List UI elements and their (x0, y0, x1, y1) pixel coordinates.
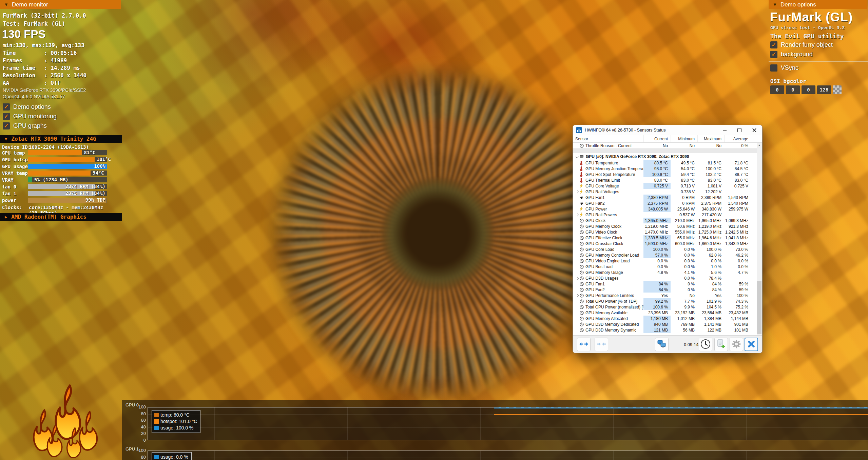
volt-icon (580, 213, 585, 217)
stat-label: AA (3, 79, 44, 87)
logging-button[interactable] (714, 338, 728, 351)
checked-checkbox-icon[interactable] (3, 103, 10, 111)
fan-icon (580, 201, 585, 205)
sensor-max: 102.2 °C (697, 172, 724, 177)
column-minimum[interactable]: Minimum (671, 135, 697, 142)
expand-chevron-icon[interactable] (575, 277, 580, 279)
toggle-demo-options[interactable]: Demo options (3, 103, 57, 111)
toggle-gpu-monitoring[interactable]: GPU monitoring (3, 113, 57, 120)
sensor-row[interactable]: GPU Core Load100.0 %0.0 %100.0 %73.0 % (573, 246, 762, 252)
sensor-row[interactable]: GPU Memory Clock1,219.0 MHz50.6 MHz1,219… (573, 223, 762, 229)
collapse-columns-button[interactable] (595, 338, 608, 351)
sensor-row[interactable]: GPU Video Engine Load0.0 %0.0 %0.0 %0.0 … (573, 258, 762, 264)
sensor-row[interactable]: Total GPU Power [% of TDP]99.2 %7.7 %101… (573, 298, 762, 304)
sensor-row[interactable]: GPU Core Voltage0.725 V0.713 V1.081 V0.7… (573, 183, 762, 189)
column-sensor[interactable]: Sensor (575, 135, 588, 143)
sensor-row[interactable]: GPU Fan184 %0 %84 %59 % (573, 281, 762, 287)
scroll-up-icon[interactable]: ▲ (757, 143, 762, 148)
toggle-render-furry-object[interactable]: Render furry object (770, 41, 833, 48)
checked-checkbox-icon[interactable] (770, 51, 777, 58)
sensor-row[interactable]: GPU Rail Powers0.537 W217.420 W (573, 212, 762, 218)
osi-value-field[interactable]: 0 (802, 85, 815, 94)
sensor-avg (724, 189, 751, 195)
gpu0-graph-plot (148, 407, 868, 440)
stat-value: Off (44, 79, 60, 87)
sensor-max: 84 % (697, 287, 724, 293)
osi-value-field[interactable]: 128 (817, 85, 831, 94)
sensor-row[interactable]: GPU Power348.005 W25.646 W348.830 W259.9… (573, 206, 762, 212)
sensor-max: 2,375 RPM (697, 200, 724, 206)
sensor-row[interactable]: GPU Rail Voltages0.738 V12.202 V (573, 189, 762, 195)
sensor-row[interactable]: GPU Fan22,375 RPM0 RPM2,375 RPM1,540 RPM (573, 200, 762, 206)
osi-value-field[interactable]: 0 (786, 85, 800, 94)
clock-icon (580, 288, 585, 292)
sensor-row[interactable]: GPU Memory Usage4.8 %4.1 %5.6 %4.7 % (573, 269, 762, 275)
sensor-row[interactable]: GPU Memory Junction Temperature98.0 °C54… (573, 166, 762, 172)
minimize-button[interactable] (721, 127, 728, 133)
close-window-button[interactable] (751, 127, 757, 133)
maximize-button[interactable] (736, 127, 742, 133)
osi-value-field[interactable]: 0 (770, 85, 784, 94)
clock-button[interactable] (699, 338, 712, 351)
close-sensors-button[interactable] (745, 338, 758, 351)
sensor-group-header[interactable]: GPU [#0]: NVIDIA GeForce RTX 3090: Zotac… (573, 153, 762, 160)
hwinfo-app-icon (576, 127, 582, 133)
remote-monitoring-button[interactable] (655, 338, 669, 351)
chevron-down-icon[interactable] (574, 156, 580, 158)
toggle-vsync-label: VSync (781, 64, 798, 72)
sensor-row[interactable]: GPU D3D Memory Dynamic121 MB56 MB122 MB1… (573, 327, 762, 333)
hwinfo-titlebar[interactable]: HWiNFO® 64 v8.26-5730 - Sensors Status (573, 125, 762, 135)
checked-checkbox-icon[interactable] (3, 122, 10, 129)
sensor-row[interactable]: GPU Thermal Limit83.0 °C83.0 °C83.0 °C83… (573, 177, 762, 183)
toggle-vsync[interactable]: VSync (770, 64, 798, 72)
sensor-row[interactable]: GPU Effective Clock1,339.5 MHz65.0 MHz1,… (573, 235, 762, 241)
expand-chevron-icon[interactable] (575, 214, 580, 216)
demo-monitor-header[interactable]: ▼ Demo monitor (0, 0, 121, 9)
demo-options-header[interactable]: ▼ Demo options (769, 0, 867, 9)
expand-chevron-icon[interactable] (575, 295, 580, 297)
column-average[interactable]: Average (724, 135, 751, 142)
osi-alpha-swatch[interactable] (833, 85, 842, 94)
sensor-row[interactable]: GPU Crossbar Clock1,590.0 MHz600.0 MHz1,… (573, 241, 762, 246)
sensor-row[interactable]: GPU Memory Controller Load57.0 %0.0 %62.… (573, 252, 762, 258)
toggle-background[interactable]: background (770, 51, 833, 58)
clock-icon (700, 339, 711, 350)
sensor-row[interactable]: GPU D3D Memory Dedicated940 MB769 MB1,14… (573, 321, 762, 327)
sensor-row[interactable]: GPU D3D Usages0.0 %78.4 % (573, 275, 762, 281)
sensor-avg: 100 % (724, 293, 751, 298)
sensor-row[interactable]: GPU Performance LimitersYesNoYes100 % (573, 293, 762, 298)
sensor-row[interactable]: GPU Memory Allocated1,180 MB1,012 MB1,38… (573, 316, 762, 321)
sensor-row[interactable]: GPU Fan12,380 RPM0 RPM2,380 RPM1,543 RPM (573, 195, 762, 200)
sensor-row[interactable]: GPU Temperature80.5 °C49.5 °C81.5 °C71.8… (573, 160, 762, 166)
gpu0-panel-title: Zotac RTX 3090 Trinity 24G (11, 136, 96, 142)
toggle-gpu-graphs[interactable]: GPU graphs (3, 122, 57, 129)
sensor-row[interactable]: GPU Bus Load0.0 %0.0 %1.0 %0.0 % (573, 264, 762, 269)
clocks-row: Clocks: core:1350MHz - mem:2438MHz (19.5… (0, 205, 122, 210)
gpu0-panel-header[interactable]: ▼ Zotac RTX 3090 Trinity 24G (0, 135, 122, 143)
expand-columns-button[interactable] (577, 338, 591, 351)
unchecked-checkbox-icon[interactable] (770, 64, 777, 72)
sensor-row[interactable]: GPU Memory Available23,396 MB23,192 MB23… (573, 310, 762, 316)
column-current[interactable]: Current (643, 135, 671, 142)
toggle-demo-options-label: Demo options (13, 103, 51, 111)
collapse-triangle-icon: ▼ (4, 2, 8, 7)
sensor-avg: 71.8 °C (724, 160, 751, 166)
settings-button[interactable] (730, 338, 743, 351)
furmark-app: ▼ Demo monitor FurMark (32-bit) 2.7.0.0 … (0, 0, 868, 460)
sensor-row[interactable]: GPU Hot Spot Temperature100.9 °C59.4 °C1… (573, 172, 762, 177)
sensor-row[interactable]: GPU Clock1,365.0 MHz210.0 MHz1,965.0 MHz… (573, 218, 762, 223)
sensor-cur: 57.0 % (643, 252, 671, 258)
clock-icon (580, 242, 585, 246)
checked-checkbox-icon[interactable] (770, 41, 777, 48)
expand-chevron-icon[interactable] (575, 191, 580, 193)
sensor-scrollbar[interactable]: ▲ ▼ (757, 143, 762, 336)
sensor-row[interactable]: GPU Video Clock1,470.0 MHz555.0 MHz1,725… (573, 229, 762, 235)
column-maximum[interactable]: Maximum (697, 135, 724, 142)
close-x-icon (748, 340, 755, 349)
sensor-row[interactable]: Total GPU Power (normalized) [%...100.6 … (573, 304, 762, 310)
sensor-row[interactable]: GPU Fan284 %0 %84 %59 % (573, 287, 762, 293)
scrollbar-thumb[interactable] (757, 281, 761, 334)
gpu1-panel-header[interactable]: ▶ AMD Radeon(TM) Graphics (0, 213, 122, 221)
checked-checkbox-icon[interactable] (3, 113, 10, 120)
sensor-row[interactable]: Throttle Reason - CurrentNoNoNo0 % (573, 143, 762, 148)
